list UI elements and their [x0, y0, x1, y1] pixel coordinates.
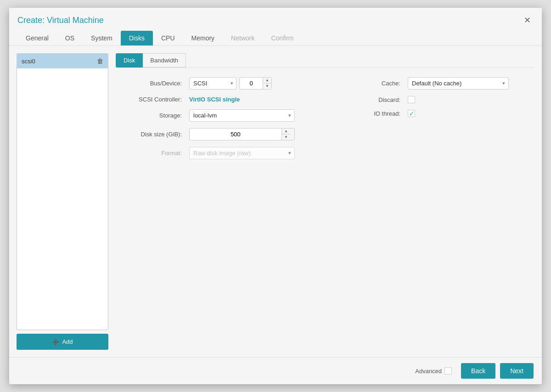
- format-control: Raw disk image (raw): [189, 147, 295, 159]
- sub-tab-disk[interactable]: Disk: [116, 53, 143, 67]
- storage-control: local-lvm local: [189, 109, 295, 122]
- form-left-col: Bus/Device: SCSI IDE SATA VirtIO Block: [116, 77, 316, 166]
- left-panel: scsi0 🗑 ➕ Add: [17, 53, 108, 350]
- cache-control: Default (No cache) No cache Write throug…: [408, 77, 509, 90]
- disk-form: Bus/Device: SCSI IDE SATA VirtIO Block: [116, 73, 534, 169]
- advanced-label: Advanced: [415, 368, 442, 375]
- disk-list: scsi0 🗑: [17, 53, 108, 330]
- plus-icon: ➕: [52, 338, 59, 345]
- storage-select-wrapper: local-lvm local: [189, 109, 295, 122]
- cache-select-wrapper: Default (No cache) No cache Write throug…: [408, 77, 509, 90]
- form-grid: Bus/Device: SCSI IDE SATA VirtIO Block: [116, 77, 534, 166]
- disk-size-up[interactable]: ▲: [282, 129, 290, 134]
- dialog-footer: Advanced Back Next: [9, 357, 542, 384]
- storage-select[interactable]: local-lvm local: [189, 109, 295, 122]
- scsi-controller-row: SCSI Controller: VirtIO SCSI single: [116, 96, 316, 103]
- storage-row: Storage: local-lvm local: [116, 109, 316, 122]
- io-thread-label: IO thread:: [334, 110, 408, 117]
- form-right-col: Cache: Default (No cache) No cache Write…: [334, 77, 534, 123]
- cache-label: Cache:: [334, 80, 408, 87]
- format-label: Format:: [116, 150, 189, 157]
- discard-checkbox[interactable]: [408, 96, 415, 103]
- disk-item-label: scsi0: [22, 58, 35, 65]
- tab-memory[interactable]: Memory: [183, 31, 223, 45]
- tab-bar: General OS System Disks CPU Memory Netwo…: [17, 31, 534, 45]
- scsi-controller-control: VirtIO SCSI single: [189, 96, 240, 103]
- dialog-title: Create: Virtual Machine: [17, 16, 104, 25]
- format-select[interactable]: Raw disk image (raw): [189, 147, 295, 159]
- dialog-body: scsi0 🗑 ➕ Add Disk Bandwidth: [9, 46, 542, 357]
- close-button[interactable]: ✕: [521, 14, 534, 26]
- advanced-section: Advanced: [415, 367, 452, 375]
- disk-size-spinner: ▲ ▼: [189, 128, 295, 140]
- tab-confirm[interactable]: Confirm: [263, 31, 302, 45]
- bus-device-label: Bus/Device:: [116, 80, 189, 87]
- cache-select[interactable]: Default (No cache) No cache Write throug…: [408, 77, 509, 90]
- io-thread-row: IO thread: ✓: [334, 110, 534, 117]
- bus-number-up[interactable]: ▲: [263, 78, 271, 84]
- tab-system[interactable]: System: [83, 31, 121, 45]
- back-button[interactable]: Back: [461, 363, 495, 379]
- scsi-controller-value: VirtIO SCSI single: [189, 96, 240, 103]
- right-panel: Disk Bandwidth Bus/Device:: [116, 53, 534, 350]
- tab-general[interactable]: General: [17, 31, 57, 45]
- disk-size-input[interactable]: [190, 129, 281, 140]
- disk-size-label: Disk size (GiB):: [116, 131, 189, 138]
- advanced-checkbox[interactable]: [444, 367, 452, 375]
- bus-type-select-wrapper: SCSI IDE SATA VirtIO Block: [189, 77, 236, 90]
- add-disk-button[interactable]: ➕ Add: [17, 334, 108, 350]
- bus-type-select[interactable]: SCSI IDE SATA VirtIO Block: [189, 77, 236, 90]
- tab-network[interactable]: Network: [223, 31, 263, 45]
- io-thread-checkbox[interactable]: ✓: [408, 110, 415, 117]
- storage-label: Storage:: [116, 112, 189, 119]
- disk-item-scsi0[interactable]: scsi0 🗑: [17, 54, 108, 68]
- format-select-wrapper: Raw disk image (raw): [189, 147, 295, 159]
- sub-tab-bandwidth[interactable]: Bandwidth: [142, 53, 186, 67]
- bus-device-control: SCSI IDE SATA VirtIO Block ▲: [189, 77, 272, 90]
- bus-number-down[interactable]: ▼: [263, 84, 271, 89]
- delete-icon[interactable]: 🗑: [97, 57, 103, 65]
- scsi-controller-label: SCSI Controller:: [116, 96, 189, 103]
- tab-disks[interactable]: Disks: [121, 31, 153, 45]
- disk-size-down[interactable]: ▼: [282, 134, 290, 140]
- tab-cpu[interactable]: CPU: [153, 31, 183, 45]
- disk-size-control: ▲ ▼: [189, 128, 295, 140]
- sub-tab-bar: Disk Bandwidth: [116, 53, 534, 68]
- cache-row: Cache: Default (No cache) No cache Write…: [334, 77, 534, 90]
- bus-device-row: Bus/Device: SCSI IDE SATA VirtIO Block: [116, 77, 316, 90]
- bus-number-spinner-buttons: ▲ ▼: [263, 78, 271, 89]
- io-thread-control: ✓: [408, 110, 415, 117]
- discard-control: [408, 96, 415, 103]
- bus-number-spinner: ▲ ▼: [239, 77, 272, 90]
- bus-number-input[interactable]: [240, 78, 263, 89]
- add-button-label: Add: [62, 338, 73, 345]
- discard-label: Discard:: [334, 96, 408, 103]
- create-vm-dialog: Create: Virtual Machine ✕ General OS Sys…: [9, 8, 542, 384]
- disk-size-spinner-buttons: ▲ ▼: [281, 129, 290, 140]
- dialog-header: Create: Virtual Machine ✕ General OS Sys…: [9, 8, 542, 46]
- disk-size-row: Disk size (GiB): ▲ ▼: [116, 128, 316, 140]
- discard-row: Discard:: [334, 96, 534, 103]
- tab-os[interactable]: OS: [57, 31, 83, 45]
- io-thread-check-mark: ✓: [409, 110, 414, 117]
- next-button[interactable]: Next: [500, 363, 534, 379]
- format-row: Format: Raw disk image (raw): [116, 147, 316, 159]
